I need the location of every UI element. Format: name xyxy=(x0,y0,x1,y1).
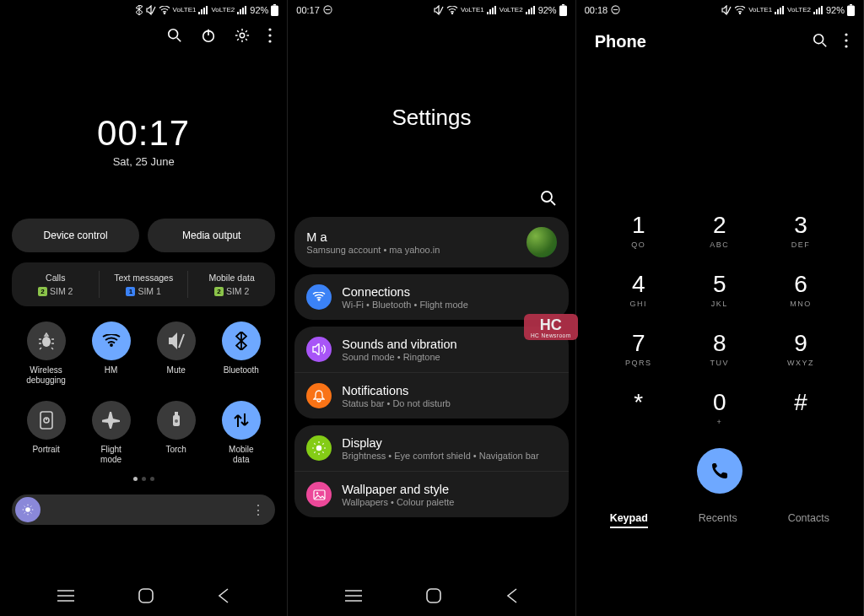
nav-bar xyxy=(0,579,287,616)
account-sub: Samsung account • ma yahoo.in xyxy=(306,245,440,255)
brightness-slider[interactable]: ⋮ xyxy=(12,494,275,525)
mute-status-icon xyxy=(721,5,732,15)
dnd-status-icon xyxy=(323,5,332,16)
sim2-chip-icon: 2 xyxy=(214,287,224,296)
svg-point-29 xyxy=(845,39,847,41)
mute-icon xyxy=(157,322,196,360)
screen-quick-panel: VoLTE1 VoLTE2 92% 00:17 Sat, 25 June Dev… xyxy=(0,0,288,616)
key-5[interactable]: 5JKL xyxy=(679,271,760,308)
sim2-chip-icon: 2 xyxy=(38,287,47,296)
sim-data-column[interactable]: Mobile data 2SIM 2 xyxy=(188,271,275,298)
lockscreen-clock: 00:17 Sat, 25 June xyxy=(0,113,287,168)
sim-manager-panel[interactable]: Calls 2SIM 2 Text messages 1SIM 1 Mobile… xyxy=(12,262,275,306)
recents-nav-icon[interactable] xyxy=(57,590,74,605)
tab-recents[interactable]: Recents xyxy=(699,512,737,528)
settings-wallpaper-item[interactable]: Wallpaper and style Wallpapers • Colour … xyxy=(294,472,568,517)
more-icon[interactable] xyxy=(268,28,272,46)
plane-icon xyxy=(92,401,131,440)
toggle-portrait[interactable]: Portrait xyxy=(14,401,78,465)
page-indicator xyxy=(0,477,287,481)
bug-icon xyxy=(27,322,66,360)
svg-point-5 xyxy=(269,28,272,30)
key-*[interactable]: * xyxy=(598,389,679,426)
svg-rect-26 xyxy=(850,4,852,6)
back-nav-icon[interactable] xyxy=(218,588,230,607)
svg-rect-23 xyxy=(427,589,440,602)
toggle-flight-mode[interactable]: Flightmode xyxy=(78,401,143,465)
toggle-mute[interactable]: Mute xyxy=(143,322,208,386)
toggle-torch[interactable]: Torch xyxy=(143,401,208,465)
brightness-thumb[interactable] xyxy=(15,497,40,522)
svg-point-6 xyxy=(269,34,272,36)
svg-point-28 xyxy=(845,33,847,35)
more-icon[interactable] xyxy=(845,33,848,51)
bell-icon xyxy=(306,383,332,408)
status-bar: VoLTE1 VoLTE2 92% xyxy=(0,0,287,20)
key-1[interactable]: 1QO xyxy=(598,212,679,249)
key-6[interactable]: 6MNO xyxy=(760,271,841,308)
key-#[interactable]: # xyxy=(760,389,841,426)
settings-connections-item[interactable]: Connections Wi-Fi • Bluetooth • Flight m… xyxy=(294,274,568,320)
svg-rect-15 xyxy=(139,589,153,602)
image-icon xyxy=(306,482,332,507)
gear-icon[interactable] xyxy=(235,28,250,46)
search-icon[interactable] xyxy=(540,190,557,210)
toggle-label: Portrait xyxy=(32,445,59,455)
dnd-status-icon xyxy=(611,5,620,16)
sim-texts-column[interactable]: Text messages 1SIM 1 xyxy=(100,271,187,298)
settings-display-item[interactable]: Display Brightness • Eye comfort shield … xyxy=(294,425,568,472)
toggle-mobile-data[interactable]: Mobiledata xyxy=(208,401,273,465)
toggle-wireless-debugging[interactable]: Wirelessdebugging xyxy=(14,322,78,386)
svg-rect-18 xyxy=(562,4,564,6)
svg-rect-17 xyxy=(559,6,567,17)
wifi-status-icon xyxy=(159,6,170,14)
toggle-label: Wirelessdebugging xyxy=(26,365,66,386)
toggle-wifi-hm[interactable]: HM xyxy=(78,322,143,386)
key-2[interactable]: 2ABC xyxy=(679,212,760,249)
key-8[interactable]: 8TUV xyxy=(679,330,760,367)
signal1-icon xyxy=(775,6,785,14)
toggle-label: Torch xyxy=(165,445,186,455)
clock-time: 00:17 xyxy=(0,113,287,154)
key-4[interactable]: 4GHI xyxy=(598,271,679,308)
power-icon[interactable] xyxy=(201,28,216,46)
torch-icon xyxy=(157,401,196,440)
call-button[interactable] xyxy=(697,448,742,494)
svg-point-2 xyxy=(169,30,178,39)
back-nav-icon[interactable] xyxy=(506,588,518,607)
sim-calls-column[interactable]: Calls 2SIM 2 xyxy=(12,271,100,298)
account-name: M a xyxy=(306,230,440,244)
home-nav-icon[interactable] xyxy=(426,588,441,607)
home-nav-icon[interactable] xyxy=(138,588,154,607)
svg-rect-0 xyxy=(271,6,278,17)
device-control-button[interactable]: Device control xyxy=(12,219,139,252)
svg-point-30 xyxy=(845,45,847,47)
samsung-account-item[interactable]: M a Samsung account • ma yahoo.in xyxy=(294,217,568,267)
recents-nav-icon[interactable] xyxy=(345,590,362,605)
search-icon[interactable] xyxy=(167,28,182,46)
wifi-status-icon xyxy=(446,6,458,14)
key-7[interactable]: 7PQRS xyxy=(598,330,679,367)
status-bar: 00:18 VoLTE1 VoLTE2 92% xyxy=(576,0,863,20)
status-bar: 00:17 VoLTE1 VoLTE2 92% xyxy=(288,0,575,20)
settings-notifications-item[interactable]: Notifications Status bar • Do not distur… xyxy=(294,373,568,419)
toggle-label: Mobiledata xyxy=(229,445,253,465)
svg-point-27 xyxy=(814,34,824,43)
key-3[interactable]: 3DEF xyxy=(760,212,841,249)
wifi-icon xyxy=(92,322,131,360)
battery-percent: 92% xyxy=(250,5,268,15)
avatar-icon xyxy=(526,227,557,257)
toggle-bluetooth[interactable]: Bluetooth xyxy=(208,322,273,386)
volte1-icon: VoLTE1 xyxy=(173,7,197,14)
key-0[interactable]: 0+ xyxy=(679,389,760,426)
search-icon[interactable] xyxy=(813,33,828,51)
key-9[interactable]: 9WXYZ xyxy=(760,330,841,367)
media-output-button[interactable]: Media output xyxy=(148,219,275,252)
toggle-label: HM xyxy=(105,365,118,376)
screen-phone-dialer: 00:18 VoLTE1 VoLTE2 92% Phone 1QO2ABC3DE… xyxy=(576,0,864,616)
brightness-more-icon[interactable]: ⋮ xyxy=(251,502,272,518)
svg-rect-25 xyxy=(847,6,855,17)
tab-contacts[interactable]: Contacts xyxy=(788,512,829,528)
tab-keypad[interactable]: Keypad xyxy=(610,512,648,528)
svg-rect-12 xyxy=(175,412,178,415)
